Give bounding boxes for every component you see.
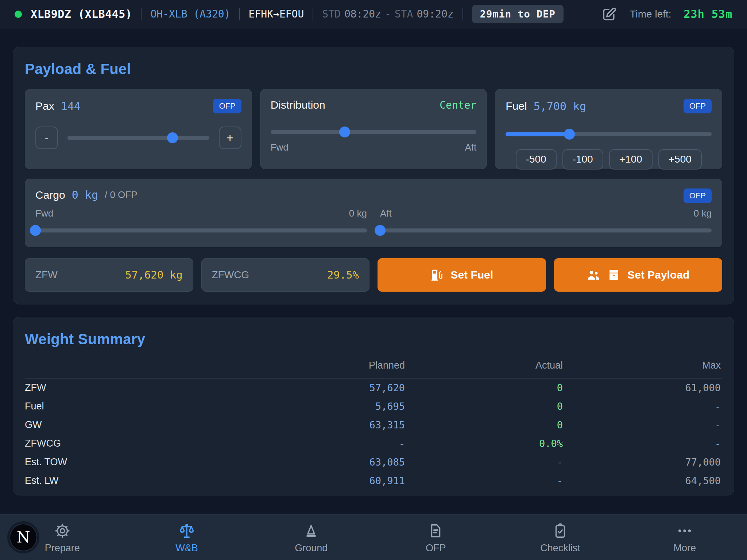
app-logo[interactable]: N	[9, 524, 37, 551]
app-root: XLB9DZ (XLB445) OH-XLB (A320) EFHK→EFOU …	[0, 0, 747, 560]
clipboard-check-icon	[552, 522, 569, 539]
distribution-value: Center	[440, 99, 476, 111]
cargo-ofp-suffix: / 0 OFP	[105, 189, 138, 201]
fuel-minus-500-button[interactable]: -500	[516, 149, 557, 170]
table-row-zfw: ZFW 57,620 0 61,000	[25, 378, 722, 397]
cargo-fwd-value: 0 kg	[349, 208, 367, 219]
pax-label: Pax	[35, 100, 54, 112]
pax-ofp-badge[interactable]: OFP	[213, 99, 241, 113]
column-header-actual: Actual	[406, 360, 564, 378]
zfw-stat-value: 57,620 kg	[125, 269, 182, 281]
column-header-planned: Planned	[248, 360, 406, 378]
fuel-minus-100-button[interactable]: -100	[562, 149, 603, 170]
nav-item-wb[interactable]: W&B	[124, 521, 249, 554]
set-fuel-label: Set Fuel	[450, 269, 493, 281]
zfw-stat-tile: ZFW 57,620 kg	[25, 258, 193, 292]
fuel-slider[interactable]	[506, 129, 712, 140]
edit-icon[interactable]	[601, 6, 617, 22]
table-row-fuel: Fuel 5,695 0 -	[25, 397, 722, 416]
time-left-label: Time left:	[630, 8, 671, 20]
payload-fuel-card: Payload & Fuel Pax 144 OFP -	[13, 47, 734, 304]
std-label: STD	[322, 8, 341, 20]
top-status-bar: XLB9DZ (XLB445) OH-XLB (A320) EFHK→EFOU …	[0, 0, 747, 28]
cone-icon	[303, 522, 320, 539]
fuel-ofp-badge[interactable]: OFP	[684, 99, 712, 113]
std-time: 08:20z	[344, 8, 381, 20]
fuel-tile: Fuel 5,700 kg OFP -500 -100 +100 +500	[495, 89, 722, 169]
distribution-slider-thumb[interactable]	[339, 127, 350, 137]
divider	[141, 8, 142, 20]
aircraft-registration: OH-XLB (A320)	[150, 8, 230, 20]
cargo-aft-slider-track[interactable]	[380, 229, 712, 233]
passengers-icon	[587, 268, 600, 282]
cargo-fwd-label: Fwd	[35, 208, 53, 219]
cargo-tile: Cargo 0 kg / 0 OFP OFP Fwd 0 kg	[25, 179, 722, 247]
column-header-blank	[25, 360, 248, 378]
cargo-aft-section: Aft 0 kg	[380, 208, 712, 236]
divider	[239, 8, 240, 20]
zfw-stat-label: ZFW	[35, 269, 58, 281]
schedule-times: STD 08:20z - STA 09:20z	[322, 8, 453, 20]
fuel-slider-thumb[interactable]	[564, 129, 575, 140]
nav-item-ofp[interactable]: OFP	[374, 521, 498, 554]
pax-slider[interactable]	[67, 132, 209, 143]
zfwcg-stat-value: 29.5%	[327, 269, 359, 281]
fuel-pump-icon	[430, 268, 444, 282]
nav-item-checklist[interactable]: Checklist	[498, 521, 622, 554]
distribution-tile: Distribution Center Fwd Aft	[260, 89, 487, 169]
cargo-fwd-slider-thumb[interactable]	[30, 225, 41, 236]
table-row-zfwcg: ZFWCG - 0.0% -	[25, 434, 722, 453]
flight-callsign: XLB9DZ (XLB445)	[31, 8, 132, 20]
payload-fuel-title: Payload & Fuel	[25, 61, 722, 77]
ellipsis-icon	[676, 522, 693, 539]
time-left-value: 23h 53m	[684, 8, 732, 20]
sta-time: 09:20z	[417, 8, 453, 20]
cargo-fwd-slider-track[interactable]	[35, 229, 367, 233]
distribution-slider-track[interactable]	[271, 130, 477, 134]
sta-label: STA	[395, 8, 413, 20]
cargo-ofp-badge[interactable]: OFP	[684, 188, 712, 203]
distribution-fwd-label: Fwd	[271, 142, 289, 153]
fuel-plus-100-button[interactable]: +100	[609, 149, 653, 170]
table-row-est-lw: Est. LW 60,911 - 64,500	[25, 471, 722, 490]
pax-tile: Pax 144 OFP - +	[25, 89, 252, 169]
table-row-gw: GW 63,315 0 -	[25, 416, 722, 434]
set-fuel-button[interactable]: Set Fuel	[378, 258, 546, 292]
fuel-plus-500-button[interactable]: +500	[658, 149, 702, 170]
set-payload-button[interactable]: Set Payload	[554, 258, 723, 292]
pax-slider-track[interactable]	[67, 136, 209, 140]
zfwcg-stat-label: ZFWCG	[212, 269, 249, 281]
nav-item-more[interactable]: More	[623, 521, 747, 554]
distribution-label: Distribution	[271, 99, 325, 111]
weight-summary-card: Weight Summary Planned Actual Max ZFW 57…	[13, 317, 734, 495]
gear-icon	[54, 522, 71, 539]
distribution-slider[interactable]	[271, 127, 477, 137]
schedule-dash: -	[385, 8, 391, 20]
bottom-navigation-bar: N Prepare W&B	[0, 514, 747, 560]
scale-icon	[178, 522, 195, 539]
fuel-label: Fuel	[506, 100, 527, 112]
flight-status-dot	[15, 11, 22, 18]
pax-value: 144	[61, 100, 81, 113]
cargo-value: 0 kg	[72, 188, 98, 201]
column-header-max: Max	[564, 360, 722, 378]
pax-slider-thumb[interactable]	[167, 132, 178, 143]
divider	[313, 8, 313, 20]
pax-increment-button[interactable]: +	[219, 127, 241, 149]
weight-summary-table: Planned Actual Max ZFW 57,620 0 61,000 F…	[25, 360, 722, 490]
cargo-box-icon	[607, 268, 621, 282]
pax-decrement-button[interactable]: -	[35, 127, 58, 149]
cargo-fwd-slider[interactable]	[35, 225, 367, 236]
cargo-aft-slider[interactable]	[380, 225, 712, 236]
cargo-label: Cargo	[35, 189, 65, 201]
route: EFHK→EFOU	[249, 8, 304, 20]
divider	[462, 8, 463, 20]
set-payload-label: Set Payload	[627, 269, 689, 281]
cargo-aft-slider-thumb[interactable]	[375, 225, 386, 236]
departure-countdown-badge: 29min to DEP	[472, 5, 564, 23]
fuel-slider-fill	[506, 132, 569, 136]
distribution-aft-label: Aft	[465, 142, 477, 153]
fuel-value: 5,700 kg	[534, 100, 587, 113]
nav-item-ground[interactable]: Ground	[249, 521, 374, 554]
app-logo-letter: N	[17, 528, 30, 546]
